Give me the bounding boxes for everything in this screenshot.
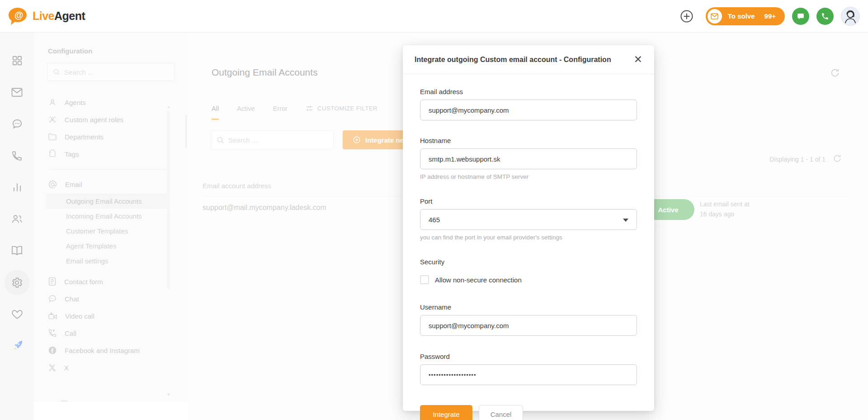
integrate-button[interactable]: Integrate bbox=[420, 405, 472, 420]
field-group-security: Security Allow non-secure connection bbox=[420, 258, 637, 284]
field-group-email-address: Email address bbox=[420, 88, 637, 120]
liveagent-app: @ LiveAgent To solve 99+ bbox=[0, 0, 868, 420]
modal-body: Email address Hostname IP address or hos… bbox=[403, 74, 654, 420]
envelope-icon bbox=[708, 9, 722, 24]
topbar-actions: To solve 99+ bbox=[679, 7, 860, 26]
user-avatar[interactable] bbox=[841, 7, 860, 26]
modal-actions: Integrate Cancel bbox=[420, 405, 637, 420]
password-label: Password bbox=[420, 353, 637, 360]
liveagent-logo[interactable]: @ LiveAgent bbox=[7, 7, 85, 26]
cancel-button[interactable]: Cancel bbox=[479, 405, 523, 420]
to-solve-count: 99+ bbox=[764, 12, 776, 20]
port-select[interactable]: 465 bbox=[420, 209, 637, 230]
topbar: @ LiveAgent To solve 99+ bbox=[0, 0, 868, 33]
username-label: Username bbox=[420, 303, 637, 311]
plus-circle-icon bbox=[680, 10, 693, 23]
email-address-label: Email address bbox=[420, 88, 637, 95]
phone-icon bbox=[821, 12, 829, 20]
field-group-username: Username bbox=[420, 303, 637, 336]
modal-header: Integrate outgoing Custom email account … bbox=[403, 45, 654, 74]
chat-bubble-icon bbox=[797, 12, 805, 20]
brand-agent: Agent bbox=[54, 10, 85, 22]
calls-button[interactable] bbox=[816, 8, 834, 25]
integrate-email-modal: Integrate outgoing Custom email account … bbox=[403, 45, 654, 411]
security-label: Security bbox=[420, 258, 637, 266]
modal-title: Integrate outgoing Custom email account … bbox=[415, 56, 611, 64]
hostname-hint: IP address or hostname of SMTP server bbox=[420, 173, 637, 180]
field-group-password: Password bbox=[420, 353, 637, 385]
username-field[interactable] bbox=[420, 315, 637, 336]
brand-text: LiveAgent bbox=[33, 10, 85, 23]
email-address-field[interactable] bbox=[420, 100, 637, 120]
port-hint: you can find the port in your email prov… bbox=[420, 234, 637, 241]
hostname-field[interactable] bbox=[420, 148, 637, 169]
allow-non-secure-label: Allow non-secure connection bbox=[435, 276, 522, 284]
chevron-down-icon bbox=[623, 219, 628, 222]
hostname-label: Hostname bbox=[420, 137, 637, 144]
chats-button[interactable] bbox=[792, 8, 809, 25]
password-field[interactable] bbox=[420, 364, 637, 385]
field-group-port: Port 465 you can find the port in your e… bbox=[420, 197, 637, 241]
close-icon[interactable]: ✕ bbox=[634, 54, 642, 65]
agent-headset-avatar-icon bbox=[843, 9, 858, 24]
to-solve-label: To solve bbox=[728, 12, 755, 20]
port-label: Port bbox=[420, 197, 637, 205]
svg-text:@: @ bbox=[14, 10, 24, 20]
brand-live: Live bbox=[33, 10, 54, 22]
allow-non-secure-checkbox-row[interactable]: Allow non-secure connection bbox=[420, 275, 637, 284]
logo-bubble-icon: @ bbox=[7, 7, 28, 26]
field-group-hostname: Hostname IP address or hostname of SMTP … bbox=[420, 137, 637, 180]
create-new-button[interactable] bbox=[679, 9, 694, 24]
port-selected-value: 465 bbox=[429, 216, 440, 224]
checkbox-unchecked[interactable] bbox=[420, 275, 429, 284]
to-solve-badge[interactable]: To solve 99+ bbox=[706, 7, 785, 25]
